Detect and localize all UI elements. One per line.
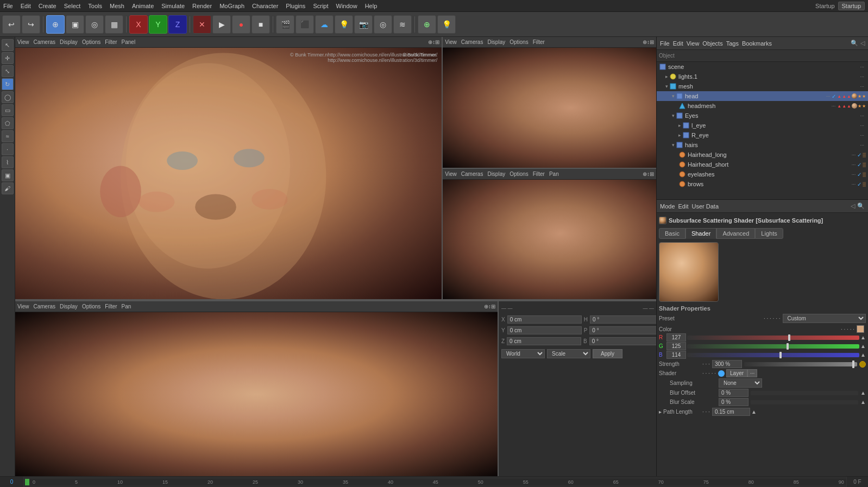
menu-window[interactable]: Window bbox=[336, 3, 357, 9]
rect-sel-tool[interactable]: ▭ bbox=[2, 104, 14, 116]
attr-userdata-btn[interactable]: User Data bbox=[692, 203, 719, 210]
move-tool[interactable]: ✛ bbox=[2, 52, 14, 64]
g-value-input[interactable] bbox=[666, 342, 686, 350]
tab-advanced[interactable]: Advanced bbox=[716, 228, 755, 239]
vp-panel-btn[interactable]: Panel bbox=[122, 39, 136, 45]
y-position-input[interactable] bbox=[507, 326, 582, 334]
target-button[interactable]: ◎ bbox=[374, 15, 392, 34]
color-swatch[interactable] bbox=[857, 325, 864, 333]
eyes-expand-icon[interactable]: ▾ bbox=[672, 113, 675, 118]
sky-button[interactable]: ☁ bbox=[315, 15, 334, 34]
tab-lights[interactable]: Lights bbox=[755, 228, 783, 239]
spline-tool-button[interactable]: ◎ bbox=[85, 15, 104, 34]
attr-edit-btn[interactable]: Edit bbox=[678, 203, 689, 210]
bl-cameras-btn[interactable]: Cameras bbox=[34, 303, 56, 309]
strength-slider[interactable] bbox=[744, 362, 857, 366]
lasso-sel-tool[interactable]: ≈ bbox=[2, 130, 14, 142]
obj-edit-btn[interactable]: Edit bbox=[673, 40, 683, 47]
boole-button[interactable]: ⊕ bbox=[418, 15, 436, 34]
strength-input[interactable] bbox=[712, 360, 742, 368]
tr-display-btn[interactable]: Display bbox=[487, 39, 505, 45]
menu-edit[interactable]: Edit bbox=[21, 3, 31, 9]
tr-cameras-btn[interactable]: Cameras bbox=[461, 39, 483, 45]
blur-offset-arrow[interactable]: ▲ bbox=[860, 390, 866, 396]
l-eye-expand-icon[interactable]: ▸ bbox=[678, 123, 681, 128]
obj-hair-short[interactable]: Hairhead_short ··· ✓ ▒ bbox=[657, 160, 868, 169]
live-sel-tool[interactable]: ◯ bbox=[2, 91, 14, 103]
x-axis-button[interactable]: X bbox=[129, 15, 148, 34]
head-expand-icon[interactable]: ▾ bbox=[672, 93, 675, 99]
r-eye-visibility[interactable]: ··· bbox=[860, 132, 864, 138]
b-rotation-input[interactable] bbox=[589, 337, 664, 345]
vp-options-btn[interactable]: Options bbox=[82, 39, 100, 45]
delete-button[interactable]: ✕ bbox=[193, 15, 211, 34]
mesh-visibility[interactable]: ··· bbox=[860, 84, 864, 89]
preset-select[interactable]: Custom bbox=[783, 314, 866, 323]
tr-options-btn[interactable]: Options bbox=[510, 39, 528, 45]
floor-button[interactable]: ⬛ bbox=[295, 15, 314, 34]
attr-search-icon[interactable]: 🔍 bbox=[857, 203, 865, 210]
bl-view-btn[interactable]: View bbox=[17, 303, 29, 309]
rotate-tool[interactable]: ↻ bbox=[2, 78, 14, 90]
obj-lights[interactable]: ▸ lights.1 ··· bbox=[657, 72, 868, 81]
bl-pan-btn[interactable]: Pan bbox=[122, 303, 131, 309]
menu-help[interactable]: Help bbox=[365, 3, 378, 9]
obj-hair-long[interactable]: Hairhead_long ··· ✓ ▒ bbox=[657, 150, 868, 160]
mr-options-btn[interactable]: Options bbox=[510, 171, 528, 177]
path-length-expand[interactable]: ▸ bbox=[659, 409, 662, 415]
timeline-cursor[interactable] bbox=[25, 479, 29, 485]
bl-viewport-content[interactable] bbox=[15, 312, 498, 476]
path-length-input[interactable] bbox=[712, 408, 750, 416]
playback-button[interactable]: ▶ bbox=[212, 15, 231, 34]
obj-bookmarks-btn[interactable]: Bookmarks bbox=[742, 40, 772, 47]
b-arrow-up[interactable]: ▲ bbox=[860, 352, 866, 358]
mr-display-btn[interactable]: Display bbox=[487, 171, 505, 177]
lights-visibility[interactable]: ··· bbox=[860, 74, 864, 79]
y-axis-button[interactable]: Y bbox=[149, 15, 167, 34]
apply-button[interactable]: Apply bbox=[593, 349, 622, 358]
blur-offset-slider[interactable] bbox=[751, 391, 858, 395]
search-icon[interactable]: 🔍 bbox=[851, 40, 858, 47]
hair-long-visibility[interactable]: ··· bbox=[852, 152, 856, 157]
vp-display-btn[interactable]: Display bbox=[60, 39, 78, 45]
r-slider[interactable] bbox=[687, 334, 859, 341]
menu-tools[interactable]: Tools bbox=[88, 3, 102, 9]
head-visibility[interactable]: ··· bbox=[826, 93, 831, 99]
vp-cameras-btn[interactable]: Cameras bbox=[34, 39, 56, 45]
menu-animate[interactable]: Animate bbox=[132, 3, 154, 9]
obj-objects-btn[interactable]: Objects bbox=[702, 40, 722, 47]
mr-3d-view[interactable] bbox=[443, 180, 656, 300]
menu-simulate[interactable]: Simulate bbox=[161, 3, 185, 9]
poly-mode[interactable]: ▣ bbox=[2, 169, 14, 181]
menu-mesh[interactable]: Mesh bbox=[110, 3, 124, 9]
blur-scale-arrow[interactable]: ▲ bbox=[860, 399, 866, 405]
hairs-visibility[interactable]: ··· bbox=[860, 142, 864, 148]
x-position-input[interactable] bbox=[507, 315, 582, 324]
r-arrow-up[interactable]: ▲ bbox=[860, 334, 866, 340]
world-system-select[interactable]: World Object bbox=[501, 349, 545, 358]
viewport-top-right[interactable]: View Cameras Display Options Filter ⊕↕⊞ bbox=[443, 37, 656, 169]
undo-button[interactable]: ↩ bbox=[2, 15, 21, 34]
layer-button[interactable]: Layer bbox=[726, 369, 747, 377]
mr-viewport-content[interactable] bbox=[443, 180, 656, 300]
z-axis-button[interactable]: Z bbox=[168, 15, 187, 34]
viewport-main[interactable]: View Cameras Display Options Filter Pane… bbox=[15, 37, 443, 299]
tr-viewport-content[interactable] bbox=[443, 48, 656, 168]
record-button[interactable]: ● bbox=[232, 15, 250, 34]
obj-file-btn[interactable]: File bbox=[660, 40, 670, 47]
mr-cameras-btn[interactable]: Cameras bbox=[461, 171, 483, 177]
path-length-arrow[interactable]: ▲ bbox=[751, 409, 757, 415]
attr-back-icon[interactable]: ◁ bbox=[851, 203, 855, 210]
move-tool-button[interactable]: ⊕ bbox=[46, 15, 65, 34]
obj-tags-btn[interactable]: Tags bbox=[726, 40, 739, 47]
blur-scale-input[interactable] bbox=[719, 398, 749, 406]
bl-options-btn[interactable]: Options bbox=[82, 303, 100, 309]
tr-filter-btn[interactable]: Filter bbox=[533, 39, 545, 45]
select-tool[interactable]: ↖ bbox=[2, 39, 14, 51]
nurbs-tool-button[interactable]: ▦ bbox=[105, 15, 123, 34]
bl-display-btn[interactable]: Display bbox=[60, 303, 78, 309]
mesh-expand-icon[interactable]: ▾ bbox=[665, 84, 668, 89]
viewport-mid-right[interactable]: View Cameras Display Options Filter Pan … bbox=[443, 169, 656, 300]
h-rotation-input[interactable] bbox=[590, 315, 664, 324]
blur-offset-input[interactable] bbox=[719, 389, 749, 397]
